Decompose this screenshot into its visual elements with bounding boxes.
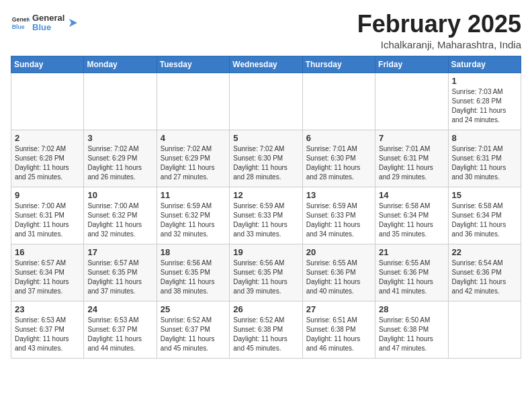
- weekday-header-tuesday: Tuesday: [157, 56, 229, 73]
- calendar-cell: 11Sunrise: 6:59 AM Sunset: 6:32 PM Dayli…: [157, 187, 229, 244]
- day-info: Sunrise: 6:54 AM Sunset: 6:36 PM Dayligh…: [452, 259, 517, 296]
- day-number: 27: [306, 304, 371, 314]
- calendar-cell: [230, 73, 302, 130]
- day-number: 28: [379, 304, 444, 314]
- day-number: 22: [452, 247, 517, 257]
- day-info: Sunrise: 7:02 AM Sunset: 6:29 PM Dayligh…: [87, 144, 152, 182]
- day-info: Sunrise: 7:02 AM Sunset: 6:30 PM Dayligh…: [233, 144, 298, 182]
- week-row-5: 23Sunrise: 6:53 AM Sunset: 6:37 PM Dayli…: [11, 301, 521, 358]
- calendar-cell: 15Sunrise: 6:58 AM Sunset: 6:34 PM Dayli…: [448, 187, 521, 244]
- day-number: 17: [87, 247, 152, 257]
- day-number: 13: [306, 190, 371, 200]
- calendar-cell: 5Sunrise: 7:02 AM Sunset: 6:30 PM Daylig…: [230, 130, 302, 187]
- day-number: 16: [15, 247, 80, 257]
- calendar-cell: 28Sunrise: 6:50 AM Sunset: 6:38 PM Dayli…: [375, 301, 448, 358]
- weekday-header-monday: Monday: [84, 56, 157, 73]
- calendar-cell: 23Sunrise: 6:53 AM Sunset: 6:37 PM Dayli…: [11, 301, 84, 358]
- calendar-cell: [448, 301, 521, 358]
- logo-blue-text: Blue: [32, 23, 64, 32]
- calendar-cell: 21Sunrise: 6:55 AM Sunset: 6:36 PM Dayli…: [375, 244, 448, 301]
- day-info: Sunrise: 7:00 AM Sunset: 6:31 PM Dayligh…: [15, 201, 80, 239]
- location-title: Ichalkaranji, Maharashtra, India: [357, 39, 521, 50]
- day-info: Sunrise: 6:58 AM Sunset: 6:34 PM Dayligh…: [379, 201, 444, 239]
- day-number: 5: [233, 133, 298, 143]
- calendar-cell: 7Sunrise: 7:01 AM Sunset: 6:31 PM Daylig…: [375, 130, 448, 187]
- day-number: 20: [306, 247, 371, 257]
- calendar-cell: 18Sunrise: 6:56 AM Sunset: 6:35 PM Dayli…: [157, 244, 229, 301]
- day-number: 24: [87, 304, 152, 314]
- day-info: Sunrise: 7:01 AM Sunset: 6:31 PM Dayligh…: [452, 144, 517, 182]
- day-info: Sunrise: 6:52 AM Sunset: 6:38 PM Dayligh…: [233, 316, 298, 353]
- day-info: Sunrise: 6:57 AM Sunset: 6:35 PM Dayligh…: [87, 259, 152, 296]
- day-info: Sunrise: 6:59 AM Sunset: 6:33 PM Dayligh…: [306, 201, 371, 239]
- calendar-cell: 19Sunrise: 6:56 AM Sunset: 6:35 PM Dayli…: [230, 244, 302, 301]
- day-info: Sunrise: 6:50 AM Sunset: 6:38 PM Dayligh…: [379, 316, 444, 353]
- calendar-cell: 4Sunrise: 7:02 AM Sunset: 6:29 PM Daylig…: [157, 130, 229, 187]
- calendar-cell: 22Sunrise: 6:54 AM Sunset: 6:36 PM Dayli…: [448, 244, 521, 301]
- day-info: Sunrise: 6:59 AM Sunset: 6:32 PM Dayligh…: [161, 201, 226, 239]
- day-number: 19: [233, 247, 298, 257]
- calendar-cell: 2Sunrise: 7:02 AM Sunset: 6:28 PM Daylig…: [11, 130, 84, 187]
- calendar-cell: [375, 73, 448, 130]
- calendar-cell: 12Sunrise: 6:59 AM Sunset: 6:33 PM Dayli…: [230, 187, 302, 244]
- day-info: Sunrise: 6:55 AM Sunset: 6:36 PM Dayligh…: [379, 259, 444, 296]
- week-row-3: 9Sunrise: 7:00 AM Sunset: 6:31 PM Daylig…: [11, 187, 521, 244]
- calendar-cell: [302, 73, 375, 130]
- calendar-cell: [84, 73, 157, 130]
- svg-text:Blue: Blue: [12, 24, 25, 30]
- calendar-cell: 1Sunrise: 7:03 AM Sunset: 6:28 PM Daylig…: [448, 73, 521, 130]
- day-info: Sunrise: 7:01 AM Sunset: 6:31 PM Dayligh…: [379, 144, 444, 182]
- day-number: 4: [161, 133, 226, 143]
- day-number: 18: [161, 247, 226, 257]
- week-row-1: 1Sunrise: 7:03 AM Sunset: 6:28 PM Daylig…: [11, 73, 521, 130]
- day-number: 11: [161, 190, 226, 200]
- day-info: Sunrise: 6:56 AM Sunset: 6:35 PM Dayligh…: [233, 259, 298, 296]
- logo-arrow-icon: [67, 17, 79, 29]
- weekday-header-wednesday: Wednesday: [230, 56, 302, 73]
- calendar-table: SundayMondayTuesdayWednesdayThursdayFrid…: [11, 56, 521, 359]
- day-info: Sunrise: 6:52 AM Sunset: 6:37 PM Dayligh…: [161, 316, 226, 353]
- day-info: Sunrise: 6:51 AM Sunset: 6:38 PM Dayligh…: [306, 316, 371, 353]
- calendar-cell: 8Sunrise: 7:01 AM Sunset: 6:31 PM Daylig…: [448, 130, 521, 187]
- day-info: Sunrise: 7:01 AM Sunset: 6:30 PM Dayligh…: [306, 144, 371, 182]
- day-number: 6: [306, 133, 371, 143]
- day-number: 10: [87, 190, 152, 200]
- day-info: Sunrise: 6:56 AM Sunset: 6:35 PM Dayligh…: [161, 259, 226, 296]
- svg-marker-4: [69, 19, 77, 27]
- title-area: February 2025 Ichalkaranji, Maharashtra,…: [357, 11, 521, 50]
- svg-text:General: General: [12, 17, 30, 24]
- calendar-cell: [157, 73, 229, 130]
- calendar-cell: 9Sunrise: 7:00 AM Sunset: 6:31 PM Daylig…: [11, 187, 84, 244]
- day-number: 26: [233, 304, 298, 314]
- calendar-cell: 14Sunrise: 6:58 AM Sunset: 6:34 PM Dayli…: [375, 187, 448, 244]
- day-number: 3: [87, 133, 152, 143]
- day-number: 12: [233, 190, 298, 200]
- calendar-cell: 25Sunrise: 6:52 AM Sunset: 6:37 PM Dayli…: [157, 301, 229, 358]
- calendar-cell: [11, 73, 84, 130]
- page-header: General Blue General Blue February 2025 …: [11, 11, 521, 50]
- day-info: Sunrise: 6:53 AM Sunset: 6:37 PM Dayligh…: [15, 316, 80, 353]
- weekday-header-saturday: Saturday: [448, 56, 521, 73]
- day-info: Sunrise: 7:02 AM Sunset: 6:28 PM Dayligh…: [15, 144, 80, 182]
- week-row-4: 16Sunrise: 6:57 AM Sunset: 6:34 PM Dayli…: [11, 244, 521, 301]
- day-info: Sunrise: 6:53 AM Sunset: 6:37 PM Dayligh…: [87, 316, 152, 353]
- weekday-header-sunday: Sunday: [11, 56, 84, 73]
- day-number: 15: [452, 190, 517, 200]
- day-info: Sunrise: 6:57 AM Sunset: 6:34 PM Dayligh…: [15, 259, 80, 296]
- weekday-header-thursday: Thursday: [302, 56, 375, 73]
- logo-general-text: General: [32, 13, 64, 23]
- day-info: Sunrise: 7:02 AM Sunset: 6:29 PM Dayligh…: [161, 144, 226, 182]
- calendar-cell: 13Sunrise: 6:59 AM Sunset: 6:33 PM Dayli…: [302, 187, 375, 244]
- day-info: Sunrise: 6:55 AM Sunset: 6:36 PM Dayligh…: [306, 259, 371, 296]
- day-info: Sunrise: 7:00 AM Sunset: 6:32 PM Dayligh…: [87, 201, 152, 239]
- calendar-cell: 6Sunrise: 7:01 AM Sunset: 6:30 PM Daylig…: [302, 130, 375, 187]
- logo-icon: General Blue: [11, 13, 30, 32]
- calendar-cell: 27Sunrise: 6:51 AM Sunset: 6:38 PM Dayli…: [302, 301, 375, 358]
- day-number: 25: [161, 304, 226, 314]
- calendar-cell: 10Sunrise: 7:00 AM Sunset: 6:32 PM Dayli…: [84, 187, 157, 244]
- week-row-2: 2Sunrise: 7:02 AM Sunset: 6:28 PM Daylig…: [11, 130, 521, 187]
- day-number: 7: [379, 133, 444, 143]
- day-number: 14: [379, 190, 444, 200]
- weekday-header-friday: Friday: [375, 56, 448, 73]
- day-number: 9: [15, 190, 80, 200]
